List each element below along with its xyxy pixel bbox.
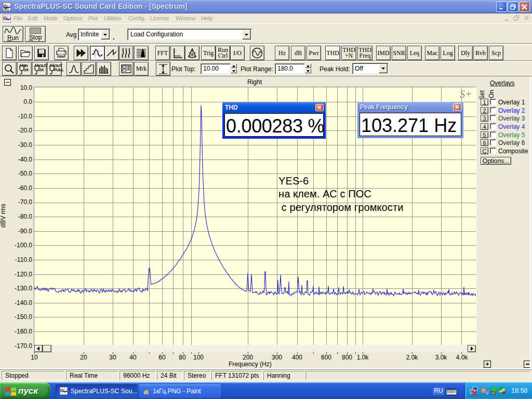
svg-text:SC: SC [4,6,9,11]
